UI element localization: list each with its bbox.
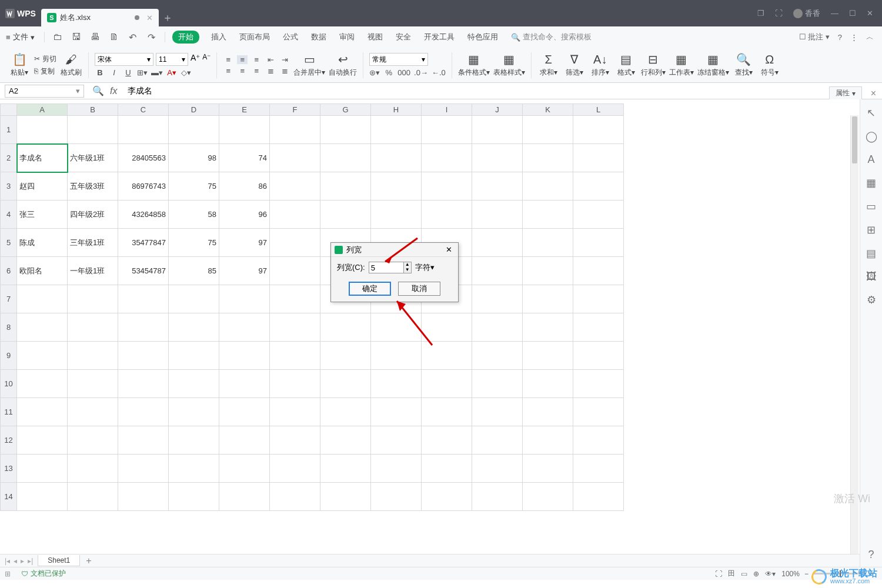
save-icon[interactable]: 🖫	[72, 32, 81, 42]
font-color-icon[interactable]: A▾	[166, 68, 177, 77]
zoom-out-icon[interactable]: −	[804, 570, 808, 578]
align-right-icon[interactable]: ≡	[251, 66, 262, 75]
print-preview-icon[interactable]: 🗎	[109, 32, 119, 42]
col-header[interactable]: E	[219, 104, 270, 116]
page-view-icon[interactable]: ▭	[741, 570, 747, 578]
dec-decimal-icon[interactable]: ←.0	[432, 68, 446, 77]
tab-view[interactable]: 视图	[366, 31, 384, 44]
merge-center-button[interactable]: ▭合并居中▾	[293, 52, 325, 78]
fx-icon[interactable]: fx	[110, 86, 117, 96]
align-top-icon[interactable]: ≡	[223, 55, 233, 64]
col-header[interactable]: L	[573, 104, 624, 116]
highlight-icon[interactable]: ◇▾	[181, 68, 191, 77]
row-header[interactable]: 1	[1, 116, 17, 144]
table-tool-icon[interactable]: ▦	[866, 176, 876, 189]
col-header[interactable]: C	[118, 104, 169, 116]
open-icon[interactable]: 🗀	[53, 32, 62, 42]
prev-sheet-icon[interactable]: ◂	[14, 557, 17, 565]
align-left-icon[interactable]: ≡	[223, 66, 233, 75]
tab-formula[interactable]: 公式	[282, 31, 299, 44]
row-header[interactable]: 8	[1, 313, 17, 342]
format-button[interactable]: ▤格式▾	[615, 52, 637, 78]
cancel-button[interactable]: 取消	[398, 282, 440, 296]
percent-icon[interactable]: %	[383, 68, 394, 77]
wrap-text-button[interactable]: ↩自动换行	[329, 52, 357, 78]
unit-label[interactable]: 字符▾	[415, 262, 435, 273]
image-tool-icon[interactable]: 🖼	[866, 270, 877, 283]
collapse-ribbon-icon[interactable]: ︿	[866, 32, 874, 42]
first-sheet-icon[interactable]: |◂	[5, 557, 10, 565]
align-center-icon[interactable]: ≡	[237, 66, 248, 75]
increase-font-icon[interactable]: A⁺	[191, 53, 200, 66]
indent-decrease-icon[interactable]: ⇤	[265, 55, 276, 64]
align-bottom-icon[interactable]: ≡	[251, 55, 262, 64]
find-button[interactable]: 🔍查找▾	[733, 52, 755, 78]
col-header[interactable]: F	[270, 104, 320, 116]
ok-button[interactable]: 确定	[349, 282, 391, 296]
tab-featured[interactable]: 特色应用	[466, 31, 499, 44]
column-width-input[interactable]	[369, 262, 404, 273]
maximize-icon[interactable]: ☐	[849, 9, 856, 18]
command-search[interactable]: 🔍 查找命令、搜索模板	[511, 32, 592, 42]
normal-view-icon[interactable]: 田	[728, 569, 735, 579]
properties-panel-button[interactable]: 属性 ▾	[829, 86, 862, 99]
select-tool-icon[interactable]: ↖	[867, 106, 876, 119]
col-header[interactable]: I	[422, 104, 472, 116]
active-cell[interactable]: 李成名	[17, 144, 68, 172]
cut-button[interactable]: ✂ 剪切	[34, 54, 56, 64]
row-header[interactable]: 4	[1, 201, 17, 229]
row-header[interactable]: 14	[1, 483, 17, 511]
chart-tool-icon[interactable]: ▭	[866, 200, 876, 213]
present-icon[interactable]: ⛶	[775, 9, 783, 18]
vertical-scrollbar[interactable]	[850, 115, 858, 554]
row-header[interactable]: 13	[1, 455, 17, 483]
eye-icon[interactable]: 👁▾	[765, 570, 776, 578]
sort-button[interactable]: A↓排序▾	[589, 52, 612, 78]
shape-tool-icon[interactable]: ◯	[866, 130, 877, 143]
tab-review[interactable]: 审阅	[338, 31, 356, 44]
align-middle-icon[interactable]: ≡	[237, 55, 248, 64]
undo-icon[interactable]: ↶	[128, 32, 138, 42]
sheet-tab[interactable]: Sheet1	[38, 555, 80, 566]
font-size-selector[interactable]: 11▾	[156, 53, 188, 66]
tab-start[interactable]: 开始	[172, 31, 199, 44]
style-tool-icon[interactable]: A	[867, 153, 874, 166]
row-header[interactable]: 11	[1, 398, 17, 426]
border-icon[interactable]: ⊞▾	[137, 68, 148, 77]
print-icon[interactable]: 🖶	[91, 32, 100, 42]
conditional-format-button[interactable]: ▦条件格式▾	[458, 52, 490, 78]
number-format-selector[interactable]: 常规▾	[369, 53, 428, 66]
paste-button[interactable]: 📋粘贴▾	[8, 52, 31, 78]
filter-button[interactable]: ∇筛选▾	[563, 52, 586, 78]
reading-view-icon[interactable]: ⊕	[753, 570, 759, 578]
symbol-button[interactable]: Ω符号▾	[759, 52, 781, 78]
settings-tool-icon[interactable]: ⚙	[867, 293, 876, 306]
underline-icon[interactable]: U	[123, 68, 133, 77]
help-icon[interactable]: ?	[838, 33, 842, 42]
row-header[interactable]: 6	[1, 257, 17, 285]
app-logo[interactable]: WPS	[0, 0, 41, 26]
close-tab-icon[interactable]: ✕	[146, 14, 153, 22]
currency-icon[interactable]: ⊛▾	[369, 68, 380, 77]
col-header[interactable]: H	[371, 104, 422, 116]
window-switch-icon[interactable]: ❐	[757, 9, 764, 18]
justify-icon[interactable]: ≣	[265, 66, 276, 75]
tab-layout[interactable]: 页面布局	[238, 31, 271, 44]
formula-input[interactable]	[125, 85, 882, 98]
row-col-button[interactable]: ⊟行和列▾	[641, 52, 666, 78]
tab-security[interactable]: 安全	[395, 31, 412, 44]
tab-devtools[interactable]: 开发工具	[423, 31, 456, 44]
worksheet-button[interactable]: ▦工作表▾	[669, 52, 694, 78]
row-header[interactable]: 3	[1, 172, 17, 201]
col-header[interactable]: K	[523, 104, 573, 116]
tab-insert[interactable]: 插入	[210, 31, 228, 44]
row-header[interactable]: 12	[1, 426, 17, 455]
copy-button[interactable]: ⎘ 复制	[34, 66, 56, 76]
freeze-panes-button[interactable]: ▦冻结窗格▾	[697, 52, 729, 78]
row-header[interactable]: 9	[1, 342, 17, 370]
table-style-button[interactable]: ▦表格样式▾	[493, 52, 525, 78]
add-sheet-button[interactable]: +	[80, 556, 97, 566]
resource-tool-icon[interactable]: ⊞	[867, 223, 876, 236]
decrease-font-icon[interactable]: A⁻	[202, 53, 211, 66]
new-tab-button[interactable]: ＋	[159, 9, 176, 26]
